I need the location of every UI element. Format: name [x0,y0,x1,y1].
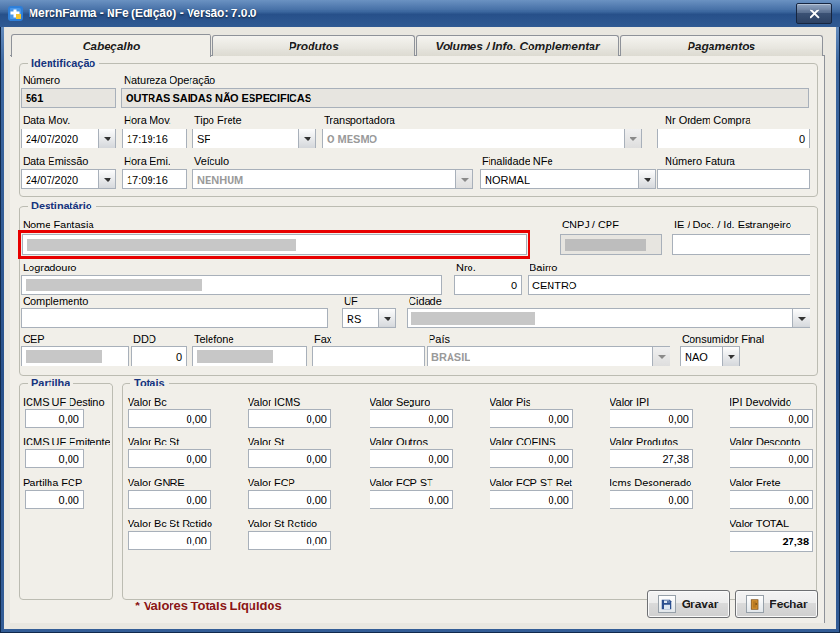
gravar-label: Gravar [682,598,719,611]
valor-st-field[interactable]: 0,00 [248,449,331,468]
complemento-field[interactable] [21,308,328,328]
tab-pagamentos[interactable]: Pagamentos [620,35,823,56]
valor-desconto-field[interactable]: 0,00 [730,449,813,468]
consumidor-final-value: NAO [681,347,722,366]
chevron-down-icon[interactable] [722,347,739,366]
totais-cell: Valor St Retido 0,00 [248,518,335,550]
field-label: Valor St Retido [248,518,335,531]
gravar-button[interactable]: Gravar [647,590,730,618]
logradouro-field[interactable] [21,275,442,295]
nro-label: Nro. [456,262,476,274]
valor-bc-field[interactable]: 0,00 [128,409,211,428]
valor-produtos-field[interactable]: 27,38 [610,449,693,468]
tab-label: Cabeçalho [83,40,141,53]
group-title: Totais [130,377,169,388]
chevron-down-icon[interactable] [638,170,655,188]
consumidor-final-combo[interactable]: NAO [680,346,740,366]
finalidade-nfe-combo[interactable]: NORMAL [480,169,656,189]
tab-produtos[interactable]: Produtos [212,35,415,56]
chevron-down-icon[interactable] [792,309,810,327]
valor-total-field[interactable]: 27,38 [730,531,813,552]
tab-volumes-info-complementar[interactable]: Volumes / Info. Complementar [416,35,619,56]
valor-fcp-field[interactable]: 0,00 [248,490,331,509]
tab-label: Pagamentos [688,40,755,53]
ipi-devolvido-field[interactable]: 0,00 [730,409,813,428]
valor-frete-field[interactable]: 0,00 [730,490,813,509]
hora-emi-field[interactable]: 17:09:16 [122,169,187,189]
valor-bc-st-field[interactable]: 0,00 [128,449,211,468]
partilha-fcp-field[interactable]: 0,00 [25,490,84,509]
totais-cell: Valor Seguro 0,00 [370,396,457,428]
icms-uf-destino-field[interactable]: 0,00 [25,409,84,428]
valor-seguro-field[interactable]: 0,00 [370,409,453,428]
ddd-field[interactable]: 0 [131,346,187,366]
valor-st-retido-field[interactable]: 0,00 [248,531,331,550]
icms-desonerado-field[interactable]: 0,00 [610,490,693,509]
valor-outros-field[interactable]: 0,00 [370,449,453,468]
chevron-down-icon[interactable] [378,309,395,327]
finalidade-nfe-label: Finalidade NFe [482,155,553,168]
valor-fcp-st-field[interactable]: 0,00 [370,490,453,509]
chevron-down-icon[interactable] [652,347,670,366]
uf-combo[interactable]: RS [342,308,396,328]
nome-fantasia-label: Nome Fantasia [23,219,94,231]
cidade-combo[interactable] [407,308,810,328]
partilha-cell: ICMS UF Emitente 0,00 [23,436,112,468]
fax-field[interactable] [312,346,425,366]
valor-pis-field[interactable]: 0,00 [490,409,573,428]
ie-doc-label: IE / Doc. / Id. Estrangeiro [674,219,791,231]
valor-gnre-field[interactable]: 0,00 [128,490,211,509]
field-label: Valor ICMS [248,396,335,409]
totais-cell: Valor Bc St 0,00 [128,436,215,468]
veiculo-combo[interactable]: NENHUM [192,169,473,189]
valor-bc-st-retido-field[interactable]: 0,00 [128,531,211,550]
valor-cofins-field[interactable]: 0,00 [490,449,573,468]
cnpj-cpf-label: CNPJ / CPF [562,219,619,231]
valor-ipi-field[interactable]: 0,00 [610,409,693,428]
numero-field[interactable]: 561 [21,88,116,108]
tipo-frete-combo[interactable]: SF [192,129,316,148]
numero-fatura-field[interactable] [657,169,810,189]
ie-doc-field[interactable] [672,234,810,255]
field-label: Valor Pis [490,396,577,409]
totais-cell: Valor Desconto 0,00 [730,436,817,468]
redacted-text [27,239,296,251]
chevron-down-icon[interactable] [298,129,315,148]
chevron-down-icon[interactable] [98,170,115,188]
chevron-down-icon[interactable] [98,129,115,148]
bairro-field[interactable]: CENTRO [528,275,810,295]
cnpj-cpf-field[interactable] [560,234,662,255]
nro-field[interactable]: 0 [454,275,522,295]
uf-label: UF [344,295,358,307]
save-icon [658,595,676,613]
hora-mov-field[interactable]: 17:19:16 [122,129,187,148]
natureza-operacao-field[interactable]: OUTRAS SAIDAS NÃO ESPECIFICAS [121,88,809,108]
complemento-label: Complemento [23,295,88,307]
transportadora-combo[interactable]: O MESMO [322,129,642,148]
data-mov-combo[interactable]: 24/07/2020 [21,129,116,148]
totais-cell: Icms Desonerado 0,00 [610,477,697,509]
valor-fcp-st-ret-field[interactable]: 0,00 [490,490,573,509]
telefone-field[interactable] [192,346,307,366]
chevron-down-icon[interactable] [624,129,641,148]
valor-icms-field[interactable]: 0,00 [248,409,331,428]
tab-cabecalho[interactable]: Cabeçalho [11,34,211,57]
fechar-button[interactable]: Fechar [735,590,818,618]
close-button[interactable] [796,3,832,24]
totais-liquidos-note: * Valores Totais Líquidos [135,599,282,613]
totais-group: Totais [122,383,817,600]
cep-field[interactable] [21,346,129,366]
nr-ordem-compra-field[interactable]: 0 [657,129,810,148]
pais-combo[interactable]: BRASIL [427,346,670,366]
bairro-label: Bairro [530,262,557,274]
totais-cell: Valor FCP 0,00 [248,477,335,509]
finalidade-nfe-value: NORMAL [481,170,638,188]
data-emissao-combo[interactable]: 24/07/2020 [21,169,116,189]
chevron-down-icon[interactable] [455,170,472,188]
redacted-text [411,312,535,325]
field-label: Valor Seguro [370,396,457,409]
redacted-text [26,279,202,291]
icms-uf-emitente-field[interactable]: 0,00 [25,449,84,468]
veiculo-value: NENHUM [193,170,455,188]
nome-fantasia-field[interactable] [22,234,527,255]
